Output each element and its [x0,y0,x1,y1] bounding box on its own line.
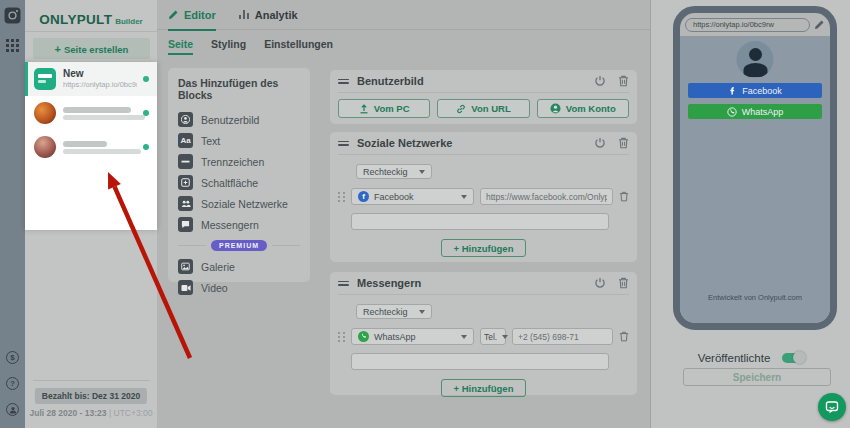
block-card-benutzerbild: Benutzerbild Vom PC Von URL Vom Konto [330,70,637,124]
shape-select[interactable]: Rechteckig [356,304,432,319]
add-block-soziale-netzwerke[interactable]: Soziale Netzwerke [178,193,300,214]
delete-block-icon[interactable] [618,75,629,87]
divider-icon [178,154,193,169]
page-photo-avatar [34,136,56,158]
new-social-input[interactable] [351,213,609,230]
subtab-styling[interactable]: Styling [211,31,246,57]
publish-label: Veröffentlichte [698,352,771,364]
online-status-dot [143,110,149,116]
chat-bubble-icon [178,217,193,232]
delete-block-icon[interactable] [618,137,629,149]
paid-until-badge: Bezahlt bis: Dez 31 2020 [35,388,147,404]
facebook-icon: f [358,191,369,202]
add-block-trennzeichen[interactable]: Trennzeichen [178,151,300,172]
power-toggle-icon[interactable] [594,75,606,87]
new-messenger-input[interactable] [351,353,609,370]
chevron-down-icon [502,335,508,339]
tab-analytik[interactable]: Analytik [238,0,298,30]
add-messenger-button[interactable]: + Hinzufügen [441,379,527,397]
network-select[interactable]: f Facebook [351,188,474,205]
power-toggle-icon[interactable] [594,277,606,289]
brand-name: ONLYPULT [39,12,112,27]
delete-row-icon[interactable] [619,331,629,342]
blurred-page-url [63,115,145,120]
plus-icon: + [55,43,61,55]
facebook-url-input[interactable] [480,188,613,205]
account-avatar-icon [550,103,561,114]
add-block-video[interactable]: Video [178,277,300,298]
preview-facebook-button[interactable]: Facebook [688,83,822,98]
whatsapp-icon [358,331,369,342]
subtab-einstellungen[interactable]: Einstellungen [264,31,333,57]
preview-whatsapp-button[interactable]: WhatsApp [688,104,822,119]
people-icon [178,196,193,211]
datetime-label: Juli 28 2020 - 13:23 | UTC+3:00 [25,408,157,418]
edit-url-pencil-icon[interactable] [814,19,825,30]
block-card-soziale-netzwerke: Soziale Netzwerke Rechteckig f Facebook [330,132,637,262]
phone-preview: https://onlytap.io/0bc9rw Facebook Whats… [673,6,837,330]
add-block-schaltflaeche[interactable]: Schaltfläche [178,172,300,193]
gallery-icon [178,259,193,274]
bar-chart-icon [238,9,250,20]
add-social-network-button[interactable]: + Hinzufügen [441,239,527,257]
blurred-page-url [63,149,141,154]
page-url: https://onlytap.io/0bc9rw [63,81,137,89]
online-status-dot [143,144,149,150]
block-title: Messengern [357,277,586,289]
create-page-button[interactable]: +Seite erstellen [33,38,150,59]
facebook-icon [728,86,737,95]
field-type-select[interactable]: Tel. [480,328,506,345]
save-button[interactable]: Speichern [683,368,831,386]
chevron-down-icon [461,195,467,199]
billing-icon[interactable]: $ [6,351,19,364]
publish-toggle[interactable] [782,353,804,363]
text-icon: Aa [178,133,193,148]
drag-handle-icon[interactable] [338,141,349,146]
chevron-down-icon [419,310,425,314]
sub-navigation: Seite Styling Einstellungen [157,31,650,57]
add-block-messengern[interactable]: Messengern [178,214,300,235]
drag-dots-icon[interactable] [338,192,345,202]
add-block-galerie[interactable]: Galerie [178,256,300,277]
delete-block-icon[interactable] [618,277,629,289]
page-photo-avatar [34,102,56,124]
delete-row-icon[interactable] [619,191,629,202]
drag-handle-icon[interactable] [338,79,349,84]
pages-list-spotlight: New https://onlytap.io/0bc9rw [25,62,157,230]
preview-panel: https://onlytap.io/0bc9rw Facebook Whats… [650,0,850,428]
from-account-button[interactable]: Vom Konto [537,99,629,118]
chevron-down-icon [461,335,467,339]
page-logo-avatar [34,68,56,90]
link-icon [456,104,466,114]
power-toggle-icon[interactable] [594,137,606,149]
preview-avatar [737,41,774,78]
page-item-new[interactable]: New https://onlytap.io/0bc9rw [25,62,157,96]
instagram-camera-icon[interactable] [4,7,21,28]
page-item-blurred-2[interactable] [25,130,157,164]
block-title: Benutzerbild [357,75,586,87]
upload-from-pc-button[interactable]: Vom PC [338,99,430,118]
page-item-blurred-1[interactable] [25,96,157,130]
drag-dots-icon[interactable] [338,332,345,342]
brand-logo: ONLYPULTBuilder [25,10,157,28]
phone-number-input[interactable] [512,328,613,345]
chevron-down-icon [419,170,425,174]
drag-handle-icon[interactable] [338,281,349,286]
from-url-button[interactable]: Von URL [437,99,529,118]
apps-grid-icon[interactable] [6,38,19,56]
account-icon[interactable] [6,403,19,416]
shape-select[interactable]: Rechteckig [356,164,432,179]
phone-screen: Facebook WhatsApp Entwickelt von Onlypul… [680,36,830,323]
chat-support-button[interactable] [818,393,846,421]
blurred-page-title [63,107,131,113]
messenger-select[interactable]: WhatsApp [351,328,474,345]
page-title: New [63,69,137,79]
subtab-seite[interactable]: Seite [168,31,193,57]
add-block-benutzerbild[interactable]: Benutzerbild [178,109,300,130]
help-icon[interactable]: ? [6,377,19,390]
sidebar: ONLYPULTBuilder +Seite erstellen New htt… [25,0,157,428]
tab-editor[interactable]: Editor [168,0,216,30]
add-block-text[interactable]: Aa Text [178,130,300,151]
online-status-dot [143,76,149,82]
top-navigation: Editor Analytik [157,0,650,30]
